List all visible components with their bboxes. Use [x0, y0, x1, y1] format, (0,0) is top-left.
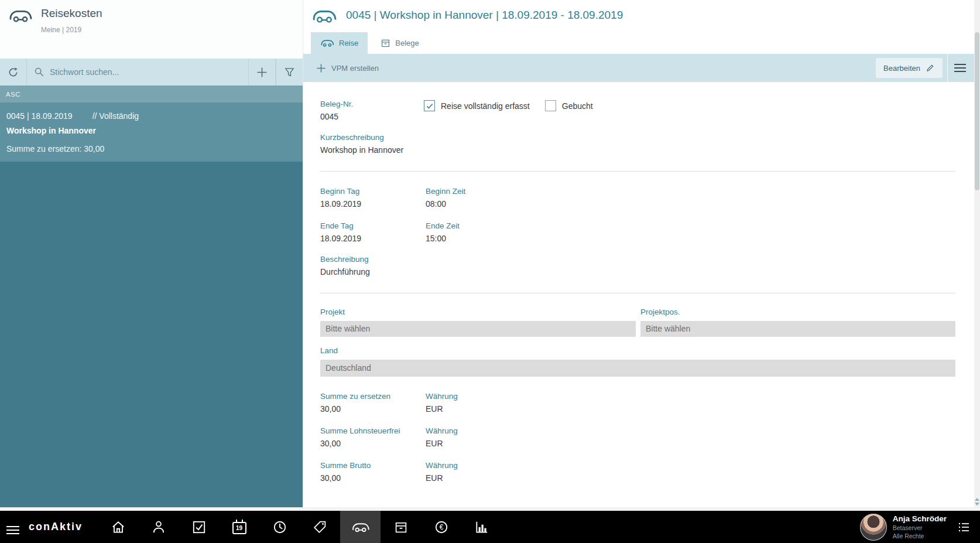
- refresh-button[interactable]: [0, 59, 27, 86]
- car-icon: [311, 8, 337, 24]
- summe-zu-ersetzen-field: Summe zu ersetzen 30,00: [320, 392, 426, 414]
- projektpos-field: Projektpos. Bitte wählen: [640, 308, 955, 337]
- nav-tasks[interactable]: [179, 511, 219, 543]
- list-icon: [957, 520, 971, 534]
- filter-button[interactable]: [276, 59, 303, 86]
- session-list-button[interactable]: [957, 520, 971, 534]
- module-subtitle: Meine | 2019: [41, 26, 102, 34]
- record-form: Beleg-Nr. 0045 Reise vollständig erfasst: [303, 82, 980, 507]
- vpm-create-label: VPM erstellen: [331, 64, 379, 73]
- application-window: Reisekosten Meine | 2019: [0, 0, 980, 543]
- tab-label: Belege: [395, 39, 419, 47]
- tab-bar: Reise Belege: [303, 30, 980, 54]
- home-icon: [111, 520, 126, 535]
- search-icon: [34, 67, 44, 77]
- main-menu-button[interactable]: [6, 520, 19, 534]
- beleg-nr-label: Beleg-Nr.: [320, 100, 424, 108]
- scroll-down-icon[interactable]: [975, 503, 979, 506]
- user-server: Betaserver: [893, 524, 947, 532]
- record-toolbar: VPM erstellen Bearbeiten: [303, 54, 980, 82]
- projektpos-select[interactable]: Bitte wählen: [640, 321, 955, 337]
- tab-label: Reise: [339, 39, 358, 47]
- module-title: Reisekosten: [41, 7, 102, 20]
- land-select[interactable]: Deutschland: [320, 360, 955, 377]
- nav-finances[interactable]: €: [421, 511, 461, 543]
- hamburger-icon: [954, 64, 966, 72]
- user-info: Anja Schröder Betaserver Alle Rechte: [893, 514, 947, 539]
- record-header: 0045 | Workshop in Hannover | 18.09.2019…: [303, 0, 980, 30]
- nav-time-tracking[interactable]: [259, 511, 300, 543]
- beschreibung-value: Durchführung: [320, 267, 955, 276]
- sidebar-header: Reisekosten Meine | 2019: [0, 0, 303, 59]
- checkbox-label: Gebucht: [562, 101, 593, 111]
- search-field[interactable]: [27, 59, 249, 86]
- edit-button[interactable]: Bearbeiten: [876, 58, 943, 78]
- search-input[interactable]: [50, 67, 248, 77]
- filter-icon: [284, 67, 295, 78]
- nav-tags[interactable]: [300, 511, 340, 543]
- toolbar-menu-button[interactable]: [947, 54, 972, 82]
- bottom-navigation-bar: conAktiv: [0, 511, 980, 543]
- vpm-create-button[interactable]: VPM erstellen: [316, 63, 379, 73]
- nav-belege[interactable]: [381, 511, 421, 543]
- sidebar: Reisekosten Meine | 2019: [0, 0, 303, 507]
- person-icon: [151, 520, 166, 535]
- user-rights: Alle Rechte: [893, 532, 947, 540]
- kurzbeschreibung-label: Kurzbeschreibung: [320, 133, 955, 142]
- nav-home[interactable]: [98, 511, 138, 543]
- pencil-icon: [926, 63, 935, 73]
- summe-lohnsteuerfrei-field: Summe Lohnsteuerfrei 30,00: [320, 426, 426, 448]
- ende-tag-field: Ende Tag 18.09.2019: [320, 221, 426, 243]
- sort-bar[interactable]: ASC: [0, 86, 303, 103]
- user-area: Anja Schröder Betaserver Alle Rechte: [860, 514, 980, 541]
- nav-calendar[interactable]: 19: [219, 511, 259, 543]
- beleg-nr-value: 0045: [320, 112, 424, 121]
- add-record-button[interactable]: [249, 59, 276, 86]
- beginn-tag-field: Beginn Tag 18.09.2019: [320, 187, 426, 209]
- nav-reisekosten[interactable]: [340, 511, 381, 543]
- module-nav: 19: [98, 511, 502, 543]
- toolbar-right-group: Bearbeiten: [876, 54, 972, 82]
- scrollbar-thumb[interactable]: [975, 32, 979, 190]
- clock-icon: [272, 520, 287, 535]
- vertical-scrollbar[interactable]: [974, 0, 980, 507]
- divider: [320, 293, 955, 293]
- projekt-select[interactable]: Bitte wählen: [320, 321, 636, 337]
- car-icon: [320, 39, 334, 47]
- projekt-field: Projekt Bitte wählen: [320, 308, 636, 337]
- conaktiv-logo: conAktiv: [29, 521, 83, 533]
- beschreibung-label: Beschreibung: [320, 255, 955, 264]
- scrollbar-arrows[interactable]: [974, 498, 980, 506]
- tab-belege[interactable]: Belege: [371, 32, 428, 54]
- tab-reise[interactable]: Reise: [311, 32, 368, 54]
- sidebar-header-text: Reisekosten Meine | 2019: [41, 7, 102, 34]
- checkbox-reise-vollstaendig[interactable]: [424, 100, 435, 111]
- summe-brutto-field: Summe Brutto 30,00: [320, 461, 426, 483]
- user-avatar[interactable]: [860, 514, 887, 541]
- record-title: 0045 | Workshop in Hannover | 18.09.2019…: [346, 9, 623, 22]
- euro-icon: €: [434, 520, 449, 535]
- check-icon: [426, 102, 434, 110]
- waehrung-field: Währung EUR: [426, 426, 955, 448]
- waehrung-field: Währung EUR: [426, 461, 955, 483]
- beginn-zeit-field: Beginn Zeit 08:00: [426, 187, 955, 209]
- car-icon: [351, 521, 370, 533]
- item-status: // Vollständig: [92, 111, 139, 121]
- sidebar-empty-area: [0, 162, 303, 507]
- plus-icon: [256, 67, 268, 78]
- checkbox-gebucht[interactable]: [545, 100, 556, 111]
- user-name: Anja Schröder: [893, 514, 947, 524]
- nav-reports[interactable]: [461, 511, 502, 543]
- land-field: Land Deutschland: [320, 346, 955, 377]
- scroll-up-icon[interactable]: [975, 498, 979, 501]
- refresh-icon: [8, 67, 19, 78]
- receipts-box-icon: [381, 38, 390, 48]
- item-summary: Summe zu ersetzen: 30,00: [6, 144, 296, 153]
- svg-text:€: €: [439, 523, 443, 531]
- item-title: Workshop in Hannover: [6, 126, 296, 135]
- waehrung-field: Währung EUR: [426, 392, 955, 414]
- list-item-selected[interactable]: 0045 | 18.09.2019 // Vollständig Worksho…: [0, 103, 303, 162]
- item-id-date: 0045 | 18.09.2019: [6, 111, 73, 121]
- sort-label: ASC: [6, 91, 20, 98]
- nav-contacts[interactable]: [138, 511, 179, 543]
